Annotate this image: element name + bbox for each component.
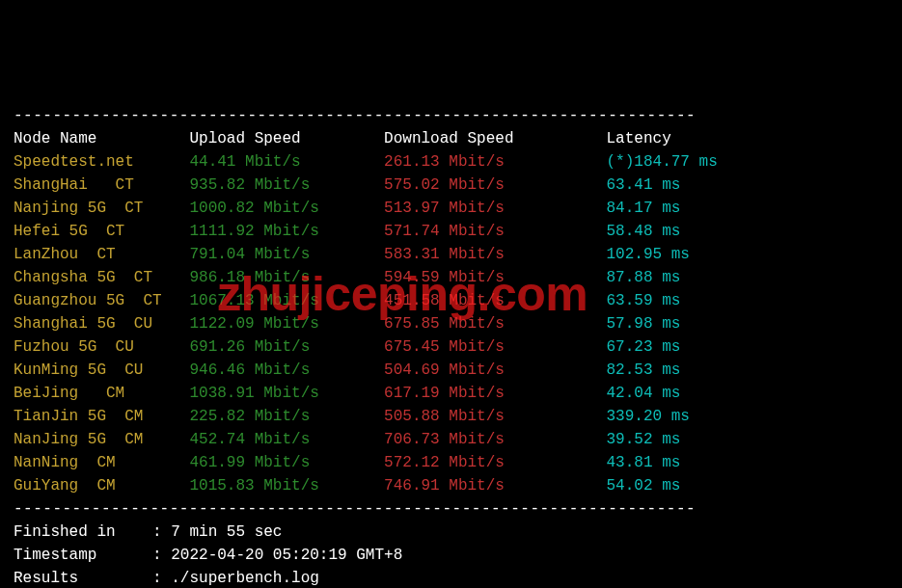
table-row: Shanghai 5G CU 1122.09 Mbit/s 675.85 Mbi…: [14, 312, 888, 335]
latency-value: 57.98 ms: [607, 315, 681, 333]
footer-finished: Finished in : 7 min 55 sec: [14, 521, 888, 544]
download-speed: 504.69 Mbit/s: [384, 361, 606, 379]
table-row: Guangzhou 5G CT 1067.13 Mbit/s 451.58 Mb…: [14, 289, 888, 312]
footer-timestamp: Timestamp : 2022-04-20 05:20:19 GMT+8: [14, 544, 888, 567]
table-row: Speedtest.net 44.41 Mbit/s 261.13 Mbit/s…: [14, 150, 888, 174]
table-row: BeiJing CM 1038.91 Mbit/s 617.19 Mbit/s …: [14, 382, 888, 405]
table-row: Hefei 5G CT 1111.92 Mbit/s 571.74 Mbit/s…: [14, 220, 888, 243]
node-name: NanJing 5G CM: [14, 431, 189, 448]
upload-speed: 1111.92 Mbit/s: [189, 223, 384, 240]
footer-results: Results : ./superbench.log: [14, 567, 888, 588]
upload-speed: 1122.09 Mbit/s: [189, 315, 384, 333]
download-speed: 675.85 Mbit/s: [384, 315, 606, 333]
download-speed: 513.97 Mbit/s: [384, 200, 606, 217]
results-value: ./superbench.log: [171, 570, 319, 587]
node-name: Nanjing 5G CT: [14, 200, 189, 217]
node-name: NanNing CM: [14, 454, 189, 471]
header-node-name: Node Name: [14, 130, 189, 147]
table-row: Fuzhou 5G CU 691.26 Mbit/s 675.45 Mbit/s…: [14, 335, 888, 359]
upload-speed: 452.74 Mbit/s: [189, 431, 384, 448]
header-upload: Upload Speed: [189, 130, 384, 147]
upload-speed: 791.04 Mbit/s: [189, 246, 384, 263]
latency-value: 63.41 ms: [607, 176, 681, 194]
table-row: Nanjing 5G CT 1000.82 Mbit/s 513.97 Mbit…: [14, 197, 888, 220]
timestamp-label: Timestamp: [14, 547, 152, 564]
upload-speed: 225.82 Mbit/s: [189, 408, 384, 425]
upload-speed: 1000.82 Mbit/s: [189, 200, 384, 217]
latency-value: 58.48 ms: [607, 223, 681, 240]
latency-value: 39.52 ms: [607, 431, 681, 448]
latency-value: 43.81 ms: [607, 454, 681, 471]
node-name: ShangHai CT: [14, 176, 189, 194]
download-speed: 575.02 Mbit/s: [384, 176, 606, 194]
download-speed: 571.74 Mbit/s: [384, 223, 606, 240]
table-row: Changsha 5G CT 986.18 Mbit/s 594.59 Mbit…: [14, 266, 888, 289]
latency-value: 102.95 ms: [607, 246, 690, 263]
latency-value: 339.20 ms: [607, 408, 690, 425]
header-row: Node Name Upload Speed Download Speed La…: [14, 127, 888, 150]
download-speed: 675.45 Mbit/s: [384, 338, 606, 356]
latency-value: 54.02 ms: [607, 477, 681, 494]
divider-top: ----------------------------------------…: [14, 104, 888, 127]
download-speed: 594.59 Mbit/s: [384, 269, 606, 286]
upload-speed: 691.26 Mbit/s: [189, 338, 384, 356]
results-label: Results: [14, 570, 152, 587]
download-speed: 583.31 Mbit/s: [384, 246, 606, 263]
upload-speed: 986.18 Mbit/s: [189, 269, 384, 286]
node-name: GuiYang CM: [14, 477, 189, 494]
header-download: Download Speed: [384, 130, 606, 147]
latency-value: 87.88 ms: [607, 269, 681, 286]
divider-mid: ----------------------------------------…: [14, 497, 888, 521]
table-row: TianJin 5G CM 225.82 Mbit/s 505.88 Mbit/…: [14, 405, 888, 428]
download-speed: 617.19 Mbit/s: [384, 385, 606, 402]
timestamp-value: 2022-04-20 05:20:19 GMT+8: [171, 547, 402, 564]
upload-speed: 1038.91 Mbit/s: [189, 385, 384, 402]
latency-value: 63.59 ms: [607, 292, 681, 309]
node-name: Hefei 5G CT: [14, 223, 189, 240]
node-name: KunMing 5G CU: [14, 361, 189, 379]
node-name: LanZhou CT: [14, 246, 189, 263]
node-name: Speedtest.net: [14, 153, 189, 171]
divider-text: ----------------------------------------…: [14, 107, 696, 124]
upload-speed: 935.82 Mbit/s: [189, 176, 384, 194]
node-name: Fuzhou 5G CU: [14, 338, 189, 356]
node-name: Guangzhou 5G CT: [14, 292, 189, 309]
upload-speed: 461.99 Mbit/s: [189, 454, 384, 471]
finished-value: 7 min 55 sec: [171, 523, 282, 541]
latency-value: (*)184.77 ms: [607, 153, 718, 171]
latency-value: 82.53 ms: [607, 361, 681, 379]
latency-value: 42.04 ms: [607, 385, 681, 402]
download-speed: 572.12 Mbit/s: [384, 454, 606, 471]
node-name: BeiJing CM: [14, 385, 189, 402]
node-name: TianJin 5G CM: [14, 408, 189, 425]
upload-speed: 1067.13 Mbit/s: [189, 292, 384, 309]
latency-value: 84.17 ms: [607, 200, 681, 217]
table-row: ShangHai CT 935.82 Mbit/s 575.02 Mbit/s …: [14, 174, 888, 197]
node-name: Shanghai 5G CU: [14, 315, 189, 333]
table-row: LanZhou CT 791.04 Mbit/s 583.31 Mbit/s 1…: [14, 243, 888, 266]
table-row: NanJing 5G CM 452.74 Mbit/s 706.73 Mbit/…: [14, 428, 888, 451]
upload-speed: 1015.83 Mbit/s: [189, 477, 384, 494]
download-speed: 746.91 Mbit/s: [384, 477, 606, 494]
latency-value: 67.23 ms: [607, 338, 681, 356]
upload-speed: 44.41 Mbit/s: [189, 153, 384, 171]
table-row: NanNing CM 461.99 Mbit/s 572.12 Mbit/s 4…: [14, 451, 888, 474]
download-speed: 706.73 Mbit/s: [384, 431, 606, 448]
table-row: KunMing 5G CU 946.46 Mbit/s 504.69 Mbit/…: [14, 359, 888, 382]
download-speed: 505.88 Mbit/s: [384, 408, 606, 425]
download-speed: 451.58 Mbit/s: [384, 292, 606, 309]
header-latency: Latency: [607, 130, 671, 147]
table-row: GuiYang CM 1015.83 Mbit/s 746.91 Mbit/s …: [14, 474, 888, 497]
divider-text: ----------------------------------------…: [14, 500, 696, 518]
download-speed: 261.13 Mbit/s: [384, 153, 606, 171]
node-name: Changsha 5G CT: [14, 269, 189, 286]
finished-label: Finished in: [14, 523, 152, 541]
upload-speed: 946.46 Mbit/s: [189, 361, 384, 379]
